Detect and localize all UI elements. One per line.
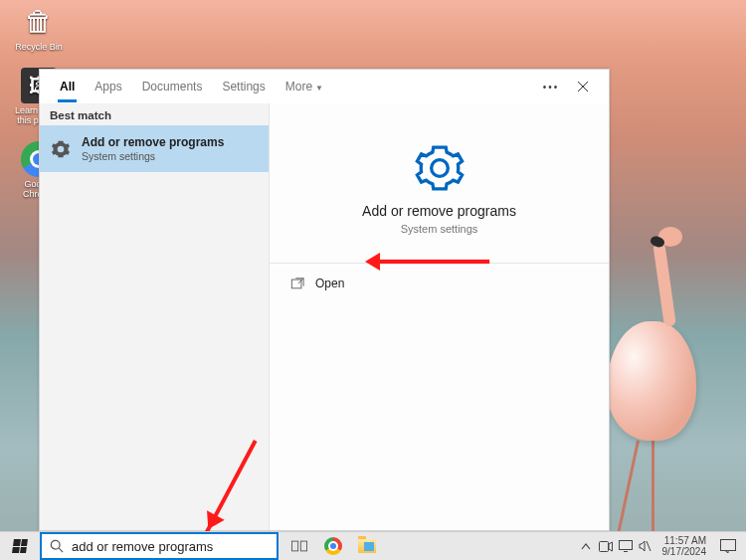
action-open-label: Open [315,277,344,290]
clock-time: 11:57 AM [662,535,707,546]
svg-line-2 [59,548,63,552]
annotation-arrow [370,260,489,264]
chevron-down-icon: ▼ [315,84,323,93]
detail-title: Add or remove programs [280,203,599,219]
camera-icon [599,541,613,552]
close-button[interactable] [567,71,599,102]
gear-icon [415,143,465,193]
search-tabs: All Apps Documents Settings More▼ ••• [40,70,609,103]
open-icon [289,276,305,291]
tab-all[interactable]: All [50,72,85,101]
desktop-icon-label: Recycle Bin [10,42,68,52]
tab-more-label: More [285,80,312,93]
windows-icon [12,539,28,553]
svg-line-8 [647,541,651,551]
recycle-bin-icon: 🗑 [21,4,57,40]
chrome-icon [324,537,342,555]
desktop-icon-recycle-bin[interactable]: 🗑 Recycle Bin [10,4,68,52]
clock-date: 9/17/2024 [662,546,707,557]
search-input[interactable] [72,539,269,554]
options-button[interactable]: ••• [535,71,567,102]
start-button[interactable] [0,532,40,560]
detail-subtitle: System settings [280,223,599,235]
taskbar-search-box[interactable] [40,532,279,560]
tray-volume[interactable] [637,532,654,560]
svg-rect-6 [619,541,632,550]
tab-settings[interactable]: Settings [212,72,275,101]
result-title: Add or remove programs [82,135,224,149]
svg-rect-0 [291,280,301,288]
chevron-up-icon [581,543,591,550]
monitor-icon [619,540,633,552]
taskbar-clock[interactable]: 11:57 AM 9/17/2024 [656,535,713,557]
result-item-add-remove-programs[interactable]: Add or remove programs System settings [40,125,269,172]
svg-rect-4 [300,541,306,551]
detail-header: Add or remove programs System settings [270,103,609,264]
tray-meet-now[interactable] [597,532,615,560]
search-detail-pane: Add or remove programs System settings O… [269,103,609,530]
task-view-icon [291,540,307,552]
svg-point-1 [51,540,60,549]
tray-network[interactable] [617,532,635,560]
system-tray: 11:57 AM 9/17/2024 [573,532,747,560]
svg-rect-9 [721,540,736,551]
tab-apps[interactable]: Apps [85,72,131,101]
taskbar: 11:57 AM 9/17/2024 [0,531,746,560]
notification-icon [720,539,736,553]
taskbar-app-chrome[interactable] [318,532,348,560]
speaker-icon [639,540,652,552]
best-match-label: Best match [40,103,269,125]
tab-documents[interactable]: Documents [132,72,213,101]
folder-icon [358,539,376,553]
tab-more[interactable]: More▼ [276,72,333,101]
svg-rect-5 [599,541,608,551]
search-results-pane: Best match Add or remove programs System… [40,103,269,530]
taskbar-app-explorer[interactable] [352,532,382,560]
wallpaper-flamingo [607,321,696,441]
close-icon [577,81,589,93]
taskbar-pinned [279,532,388,560]
desktop: 🗑 Recycle Bin 🖼 Learn about this picture… [0,0,746,560]
result-text: Add or remove programs System settings [82,135,224,162]
action-center-button[interactable] [714,539,742,553]
tray-chevron-up[interactable] [577,532,595,560]
search-icon [50,539,64,553]
gear-icon [50,138,72,160]
start-search-popup: All Apps Documents Settings More▼ ••• Be… [39,69,610,531]
svg-rect-3 [291,541,297,551]
result-subtitle: System settings [82,150,224,162]
task-view-button[interactable] [284,532,314,560]
action-open[interactable]: Open [270,264,609,303]
